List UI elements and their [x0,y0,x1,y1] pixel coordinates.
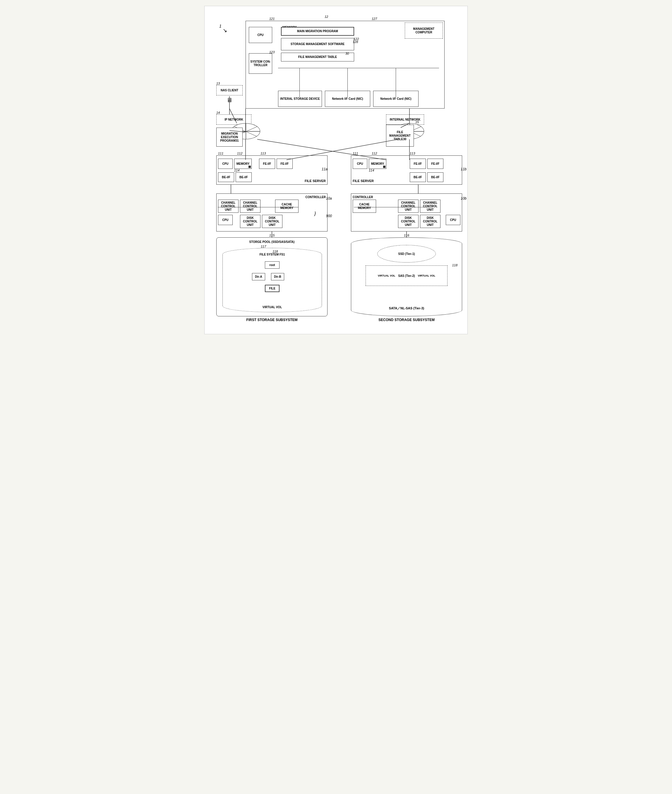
ref-121: 121 [269,17,275,21]
be-if-2b-box: BE-I/F [427,172,443,182]
virtual-vol-2b-label: VIRTUAL VOL [418,274,435,277]
channel-ctrl-2a-box: CHANNEL CONTROL UNIT [398,200,419,213]
ref-112-right: 112 [372,152,377,155]
memory-fs1-box: MEMORY [234,158,252,169]
ref-10b: 10b [461,196,467,200]
file-server-2-outer: 111 112 113 CPU MEMORY FE-I/F FE-I/F 114… [351,155,462,185]
file-server-1-label: FILE SERVER [305,179,326,183]
ref-112-left: 112 [237,152,242,155]
v-line-3 [396,68,396,97]
virtual-vol-2a-label: VIRTUAL VOL [378,274,395,277]
ref-118-right: 118 [452,263,458,267]
page: 12 1 ↘ 121 CPU SYSTEM CON- TROLLER 123 M… [204,6,468,334]
ref-111-right: 111 [353,152,358,155]
file-server-2-label: FILE SERVER [353,179,374,183]
file-mgmt-table2-box: FILE MANAGEMENT TABLE30 [386,125,414,147]
ref-900-brace: } [314,211,316,216]
disk-ctrl-2b-box: DISK CONTROL UNIT [420,215,440,228]
file-server-1-outer: 111 112 113 CPU MEMORY FE-I/F FE-I/F 114 [216,155,328,185]
cache-memory-1-box: CACHE MEMORY [275,200,299,213]
file-mgmt-table-box: FILE MANAGEMENT TABLE [281,53,354,61]
be-if-1b-box: BE-I/F [235,172,252,182]
first-storage-subsystem-label: FIRST STORAGE SUBSYSTEM [216,318,328,323]
channel-ctrl-1b-box: CHANNEL CONTROL UNIT [240,200,261,213]
ref-113-right: 113 [410,152,415,155]
cpu-fs1-box: CPU [218,158,233,169]
ref-900: 900 [326,214,332,218]
ref-13: 13 [216,82,220,85]
controller-2-label: CONTROLLER [353,195,373,199]
fe-if-2b-box: FE-I/F [427,158,443,169]
ref-30: 30 [346,52,349,55]
ref-15: 15 [415,120,419,124]
channel-ctrl-2b-box: CHANNEL CONTROL UNIT [420,200,440,213]
nas-server-main-box: 121 CPU SYSTEM CON- TROLLER 123 MEMORY 1… [246,21,445,109]
ref-122: 122 [354,37,359,41]
controller-1-label: CONTROLLER [306,195,326,199]
cpu-ctrl2-box: CPU [446,215,461,225]
disk-ctrl-1a-box: DISK CONTROL UNIT [240,215,261,228]
ref-11b: 11b [461,167,467,171]
ref-114-right: 114 [369,168,374,172]
ref-116: 116 [404,234,409,237]
be-if-2a-box: BE-I/F [410,172,426,182]
sas-tier2-area: VIRTUAL VOL SAS (Tier-2) VIRTUAL VOL [366,266,448,286]
fe-if-1b-box: FE-I/F [277,158,293,169]
be-if-1a-box: BE-I/F [218,172,234,182]
ref-115: 115 [269,234,275,237]
ref-10a: 10a [326,196,332,200]
fe-if-2a-box: FE-I/F [410,158,426,169]
cpu-fs2-box: CPU [353,158,367,169]
root-box: root [265,261,280,269]
storage-mgmt-software-box: STORAGE MANAGEMENT SOFTWARE [281,38,354,50]
controller-1-outer: CONTROLLER CHANNEL CONTROL UNIT CHANNEL … [216,194,328,232]
internal-storage-box: INTERAL STORAGE DEVICE [278,91,322,107]
v-line-1 [299,68,300,97]
sas-tier2-label: SAS (Tier-2) [398,274,415,277]
dir-b-box: Dir-B [271,273,284,280]
file-system-label: FILE SYSTEM FS1 [259,253,285,256]
ref-123: 123 [269,50,275,54]
fe-if-1a-box: FE-I/F [259,158,275,169]
ref-127: 127 [372,17,377,21]
ref-114-left: 114 [234,168,239,172]
system-controller-box: SYSTEM CON- TROLLER [249,53,272,74]
main-migration-program-box: MAIN MIGRATION PROGRAM [281,27,354,36]
file-box: FILE [265,285,280,292]
divider-line [278,68,439,68]
ref-12: 12 [325,15,328,18]
dir-a-box: Dir-A [252,273,265,280]
ref-1-arrow: ↘ [223,27,227,34]
ref-113-left: 113 [261,152,266,155]
nas-client-box: NAS CLIENT [216,85,243,95]
ref-11a: 11a [322,167,328,171]
management-computer-box: MANAGEMENT COMPUTER [405,22,443,38]
disk-ctrl-1b-box: DISK CONTROL UNIT [262,215,282,228]
ssd-tier1-ellipse: SSD (Tier-1) [377,245,436,263]
v-line-2 [347,68,348,97]
ref-117: 117 [261,245,266,248]
cache-memory-2-box: CACHE MEMORY [353,200,376,213]
ref-14: 14 [216,111,220,114]
ref-111-left: 111 [218,152,223,155]
storage-pool-label: STORGE POOL (SSD/SAS/SATA) [250,240,295,244]
second-storage-subsystem-label: SECOND STORAGE SUBSYSTEM [351,318,462,323]
cpu-nas-box: CPU [249,27,272,43]
memory-fs2-box: MEMORY [369,158,386,169]
virtual-vol-1-label: VIRTUAL VOL [262,305,282,309]
sata-tier3-label: SATA／NL-SAS (Tier-3) [389,306,424,310]
storage-pool-outer: 115 STORGE POOL (SSD/SAS/SATA) 117 118 F… [216,237,328,316]
computer-icon: 🖥 [221,97,238,109]
ref-1: 1 [219,24,222,29]
channel-ctrl-1a-box: CHANNEL CONTROL UNIT [218,200,238,213]
cpu-ctrl1-box: CPU [218,215,233,225]
migration-execution-box: MIGRATION EXECUTION PROGRAM31 [216,128,243,147]
second-storage-outer: 116 SSD (Tier-1) VIRTUAL VOL SAS (Tier-2… [351,237,462,316]
disk-ctrl-2a-box: DISK CONTROL UNIT [398,215,419,228]
file-system-outer: 117 118 FILE SYSTEM FS1 root Dir-A Dir-B [222,248,322,312]
controller-2-outer: CONTROLLER CHANNEL CONTROL UNIT CHANNEL … [351,194,462,232]
